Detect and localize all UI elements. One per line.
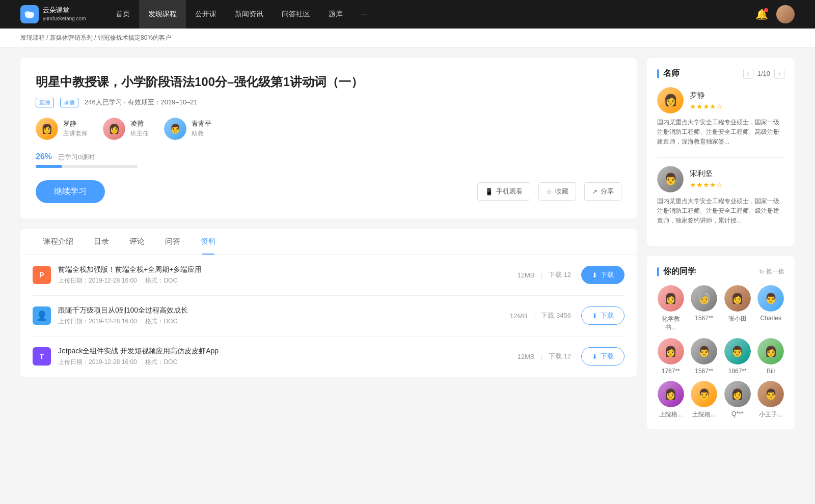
nav-quiz[interactable]: 题库 bbox=[319, 0, 352, 29]
tab-intro[interactable]: 课程介绍 bbox=[33, 229, 84, 255]
classmate-0-name: 化学教书... bbox=[657, 315, 685, 332]
logo-text: 云朵课堂yunduoketang.com bbox=[43, 6, 86, 22]
course-actions: 继续学习 📱 手机观看 ☆ 收藏 ↗ 分享 bbox=[36, 180, 621, 203]
refresh-icon: ↻ bbox=[759, 268, 764, 275]
resource-2-name: Jetpack全组件实战 开发短视频应用高仿皮皮虾App bbox=[58, 347, 518, 356]
classmate-9: 👨 土院格... bbox=[691, 381, 718, 419]
classmate-11-avatar: 👨 bbox=[757, 381, 784, 407]
resource-1-downloads: 下载 3456 bbox=[541, 311, 571, 320]
teachers-list: 👩 罗静 主讲老师 👩 凌荷 班主任 bbox=[36, 118, 621, 140]
mobile-watch-button[interactable]: 📱 手机观看 bbox=[477, 182, 530, 201]
course-header-card: 明星中教授课，小学阶段语法100分–强化级第1讲动词（一） 直播 录播 246人… bbox=[20, 58, 637, 218]
download-button-1[interactable]: ⬇ 下载 bbox=[581, 306, 624, 325]
main-layout: 明星中教授课，小学阶段语法100分–强化级第1讲动词（一） 直播 录播 246人… bbox=[0, 48, 815, 450]
classmate-9-avatar: 👨 bbox=[691, 381, 717, 407]
teacher-divider bbox=[657, 157, 784, 158]
classmate-7-avatar: 👩 bbox=[757, 338, 784, 365]
progress-bar-fill bbox=[36, 165, 62, 168]
teacher-2-role: 助教 bbox=[192, 129, 211, 138]
classmates-refresh-area: ↻ 换一换 bbox=[759, 267, 784, 276]
resource-0-info: 前端全栈加强版！前端全栈+全周期+多端应用 上传日期：2019-12-28 16… bbox=[58, 265, 518, 285]
progress-percent: 26% bbox=[36, 152, 52, 161]
course-title: 明星中教授课，小学阶段语法100分–强化级第1讲动词（一） bbox=[36, 73, 621, 91]
refresh-button[interactable]: ↻ 换一换 bbox=[759, 267, 784, 276]
classmate-5-name: 1567** bbox=[695, 368, 713, 375]
classmate-3-avatar: 👨 bbox=[757, 285, 784, 312]
classmates-title-text: 你的同学 bbox=[663, 266, 696, 277]
bell-icon[interactable]: 🔔 bbox=[755, 8, 768, 20]
resource-0-name: 前端全栈加强版！前端全栈+全周期+多端应用 bbox=[58, 265, 518, 274]
download-icon-2: ⬇ bbox=[592, 353, 597, 360]
nav-open[interactable]: 公开课 bbox=[186, 0, 226, 29]
teacher-1-avatar: 👩 bbox=[103, 118, 125, 140]
teacher-2-avatar: 👨 bbox=[164, 118, 186, 140]
resource-2-info: Jetpack全组件实战 开发短视频应用高仿皮皮虾App 上传日期：2019-1… bbox=[58, 347, 518, 367]
nav-right: 🔔 bbox=[755, 5, 795, 23]
teacher-1: 👩 凌荷 班主任 bbox=[103, 118, 149, 140]
star-icon: ☆ bbox=[546, 188, 552, 195]
classmate-1: 🧓 1567** bbox=[691, 285, 718, 332]
resource-1-meta: 上传日期：2019-12-28 16:00 格式：DOC bbox=[58, 317, 510, 326]
classmate-11: 👨 小王子... bbox=[757, 381, 785, 419]
teacher-1-role: 班主任 bbox=[130, 129, 149, 138]
download-label-2: 下载 bbox=[601, 352, 614, 361]
resource-1-date: 上传日期：2019-12-28 16:00 bbox=[58, 318, 137, 325]
nav-home[interactable]: 首页 bbox=[106, 0, 139, 29]
classmate-5: 👨 1567** bbox=[691, 338, 718, 375]
classmate-4-avatar: 👩 bbox=[658, 338, 684, 365]
breadcrumb-series[interactable]: 新媒体营销系列 bbox=[50, 34, 93, 41]
tab-resources[interactable]: 资料 bbox=[191, 229, 226, 255]
course-meta: 直播 录播 246人已学习 · 有效期至：2019–10–21 bbox=[36, 98, 621, 107]
teacher-2-info: 青青平 助教 bbox=[192, 119, 211, 138]
classmate-10-avatar: 👩 bbox=[724, 381, 751, 407]
teachers-next-btn[interactable]: › bbox=[774, 69, 784, 79]
nav-qa[interactable]: 问答社区 bbox=[273, 0, 319, 29]
nav-discover[interactable]: 发现课程 bbox=[139, 0, 186, 29]
download-button-2[interactable]: ⬇ 下载 bbox=[581, 347, 624, 366]
tab-review[interactable]: 评论 bbox=[119, 229, 155, 255]
teacher-0: 👩 罗静 主讲老师 bbox=[36, 118, 88, 140]
logo[interactable]: 云朵课堂yunduoketang.com bbox=[20, 5, 86, 23]
classmate-11-name: 小王子... bbox=[759, 410, 782, 419]
continue-learning-button[interactable]: 继续学习 bbox=[36, 180, 105, 203]
resource-1-stats: 12MB | 下载 3456 bbox=[510, 311, 571, 320]
classmate-8: 👩 上院格... bbox=[657, 381, 685, 419]
logo-icon bbox=[20, 5, 39, 23]
resource-item-2: T Jetpack全组件实战 开发短视频应用高仿皮皮虾App 上传日期：2019… bbox=[33, 337, 624, 377]
classmates-grid: 👩 化学教书... 🧓 1567** 👩 张小田 bbox=[657, 285, 784, 419]
resource-item-1: 👤 跟随千万级项目从0到100全过程高效成长 上传日期：2019-12-28 1… bbox=[33, 296, 624, 337]
classmates-title-row: 你的同学 ↻ 换一换 bbox=[657, 266, 784, 277]
tab-catalog[interactable]: 目录 bbox=[84, 229, 119, 255]
teacher-0-role: 主讲老师 bbox=[63, 129, 88, 138]
sidebar-teacher-0-stars: ★★★★☆ bbox=[690, 102, 723, 110]
stats-divider-2: | bbox=[541, 353, 542, 360]
teachers-sidebar-title: 名师 ‹ 1/10 › bbox=[657, 68, 784, 79]
share-button[interactable]: ↗ 分享 bbox=[584, 182, 621, 201]
sidebar-teacher-0-name: 罗静 bbox=[690, 91, 723, 100]
teachers-prev-btn[interactable]: ‹ bbox=[743, 69, 753, 79]
sidebar-teacher-1: 👨 宋利坚 ★★★★☆ 国内某重点大学安全工程专业硕士，国家一级注册消防工程师、… bbox=[657, 166, 784, 226]
badge-record: 录播 bbox=[60, 98, 78, 107]
teacher-0-name: 罗静 bbox=[63, 119, 88, 128]
tab-qa[interactable]: 问答 bbox=[155, 229, 191, 255]
resource-2-size: 12MB bbox=[518, 353, 535, 360]
teacher-2-name: 青青平 bbox=[192, 119, 211, 128]
teachers-pagination: ‹ 1/10 › bbox=[743, 69, 784, 79]
nav-more[interactable]: ··· bbox=[352, 0, 376, 29]
sidebar-teacher-0-top: 👩 罗静 ★★★★☆ bbox=[657, 87, 784, 114]
resource-2-downloads: 下载 12 bbox=[549, 352, 571, 361]
sidebar-teacher-1-stars: ★★★★☆ bbox=[690, 181, 723, 189]
share-icon: ↗ bbox=[592, 188, 597, 195]
resource-0-date: 上传日期：2019-12-28 16:00 bbox=[58, 277, 137, 284]
classmate-6: 👨 1867** bbox=[724, 338, 751, 375]
classmate-0: 👩 化学教书... bbox=[657, 285, 685, 332]
download-button-0[interactable]: ⬇ 下载 bbox=[581, 266, 624, 284]
user-avatar[interactable] bbox=[776, 5, 795, 23]
breadcrumb-discover[interactable]: 发现课程 bbox=[20, 34, 45, 41]
favorite-button[interactable]: ☆ 收藏 bbox=[538, 182, 576, 201]
progress-bar-bg bbox=[36, 165, 138, 168]
breadcrumb-current: 销冠修炼术搞定80%的客户 bbox=[98, 34, 171, 41]
nav-news[interactable]: 新闻资讯 bbox=[226, 0, 273, 29]
sidebar-teacher-0-info: 罗静 ★★★★☆ bbox=[690, 91, 723, 110]
resource-0-meta: 上传日期：2019-12-28 16:00 格式：DOC bbox=[58, 276, 518, 285]
